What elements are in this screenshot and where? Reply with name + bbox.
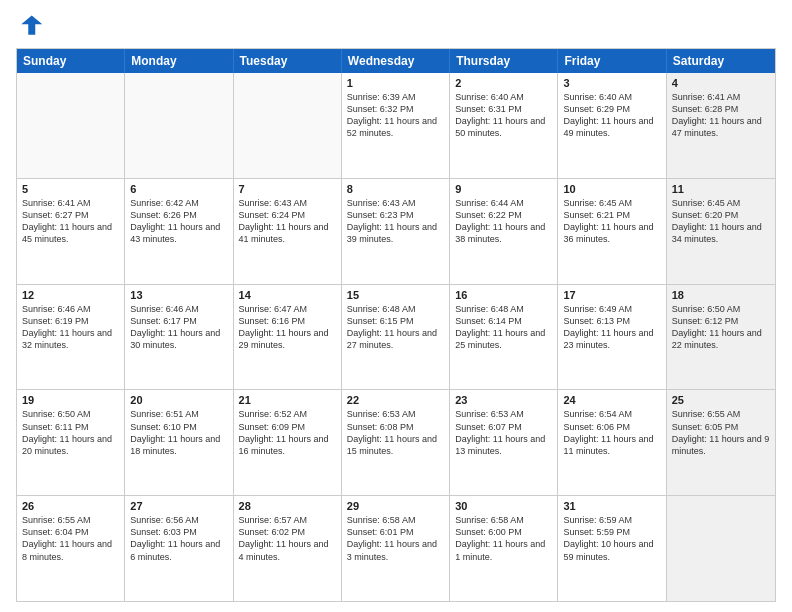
cal-cell [17, 73, 125, 178]
day-number: 2 [455, 77, 552, 89]
logo-icon [16, 12, 44, 40]
day-number: 13 [130, 289, 227, 301]
day-number: 1 [347, 77, 444, 89]
day-number: 26 [22, 500, 119, 512]
cell-text: Sunrise: 6:55 AMSunset: 6:04 PMDaylight:… [22, 514, 119, 563]
cal-cell: 4Sunrise: 6:41 AMSunset: 6:28 PMDaylight… [667, 73, 775, 178]
header [16, 12, 776, 40]
cal-cell: 28Sunrise: 6:57 AMSunset: 6:02 PMDayligh… [234, 496, 342, 601]
day-number: 31 [563, 500, 660, 512]
day-number: 16 [455, 289, 552, 301]
day-number: 14 [239, 289, 336, 301]
cell-text: Sunrise: 6:57 AMSunset: 6:02 PMDaylight:… [239, 514, 336, 563]
cell-text: Sunrise: 6:43 AMSunset: 6:24 PMDaylight:… [239, 197, 336, 246]
cell-text: Sunrise: 6:39 AMSunset: 6:32 PMDaylight:… [347, 91, 444, 140]
day-number: 5 [22, 183, 119, 195]
cell-text: Sunrise: 6:58 AMSunset: 6:00 PMDaylight:… [455, 514, 552, 563]
cell-text: Sunrise: 6:51 AMSunset: 6:10 PMDaylight:… [130, 408, 227, 457]
day-number: 20 [130, 394, 227, 406]
cell-text: Sunrise: 6:45 AMSunset: 6:21 PMDaylight:… [563, 197, 660, 246]
calendar-row-1: 5Sunrise: 6:41 AMSunset: 6:27 PMDaylight… [17, 178, 775, 284]
calendar-header: SundayMondayTuesdayWednesdayThursdayFrid… [17, 49, 775, 73]
cal-cell: 14Sunrise: 6:47 AMSunset: 6:16 PMDayligh… [234, 285, 342, 390]
cell-text: Sunrise: 6:55 AMSunset: 6:05 PMDaylight:… [672, 408, 770, 457]
day-number: 10 [563, 183, 660, 195]
cal-cell: 10Sunrise: 6:45 AMSunset: 6:21 PMDayligh… [558, 179, 666, 284]
cell-text: Sunrise: 6:46 AMSunset: 6:17 PMDaylight:… [130, 303, 227, 352]
cal-cell: 1Sunrise: 6:39 AMSunset: 6:32 PMDaylight… [342, 73, 450, 178]
cal-cell: 20Sunrise: 6:51 AMSunset: 6:10 PMDayligh… [125, 390, 233, 495]
cell-text: Sunrise: 6:54 AMSunset: 6:06 PMDaylight:… [563, 408, 660, 457]
day-number: 15 [347, 289, 444, 301]
cell-text: Sunrise: 6:50 AMSunset: 6:11 PMDaylight:… [22, 408, 119, 457]
cell-text: Sunrise: 6:47 AMSunset: 6:16 PMDaylight:… [239, 303, 336, 352]
cal-cell: 26Sunrise: 6:55 AMSunset: 6:04 PMDayligh… [17, 496, 125, 601]
cell-text: Sunrise: 6:53 AMSunset: 6:07 PMDaylight:… [455, 408, 552, 457]
cal-cell: 23Sunrise: 6:53 AMSunset: 6:07 PMDayligh… [450, 390, 558, 495]
day-number: 12 [22, 289, 119, 301]
header-day-saturday: Saturday [667, 49, 775, 73]
cell-text: Sunrise: 6:41 AMSunset: 6:27 PMDaylight:… [22, 197, 119, 246]
day-number: 28 [239, 500, 336, 512]
day-number: 8 [347, 183, 444, 195]
main-container: SundayMondayTuesdayWednesdayThursdayFrid… [0, 0, 792, 612]
cal-cell: 19Sunrise: 6:50 AMSunset: 6:11 PMDayligh… [17, 390, 125, 495]
cell-text: Sunrise: 6:40 AMSunset: 6:29 PMDaylight:… [563, 91, 660, 140]
cell-text: Sunrise: 6:59 AMSunset: 5:59 PMDaylight:… [563, 514, 660, 563]
day-number: 21 [239, 394, 336, 406]
header-day-wednesday: Wednesday [342, 49, 450, 73]
calendar-row-3: 19Sunrise: 6:50 AMSunset: 6:11 PMDayligh… [17, 389, 775, 495]
cal-cell: 25Sunrise: 6:55 AMSunset: 6:05 PMDayligh… [667, 390, 775, 495]
cal-cell: 3Sunrise: 6:40 AMSunset: 6:29 PMDaylight… [558, 73, 666, 178]
logo [16, 12, 48, 40]
day-number: 27 [130, 500, 227, 512]
calendar-body: 1Sunrise: 6:39 AMSunset: 6:32 PMDaylight… [17, 73, 775, 601]
calendar-row-4: 26Sunrise: 6:55 AMSunset: 6:04 PMDayligh… [17, 495, 775, 601]
day-number: 30 [455, 500, 552, 512]
cal-cell [125, 73, 233, 178]
cal-cell: 13Sunrise: 6:46 AMSunset: 6:17 PMDayligh… [125, 285, 233, 390]
cell-text: Sunrise: 6:58 AMSunset: 6:01 PMDaylight:… [347, 514, 444, 563]
cell-text: Sunrise: 6:48 AMSunset: 6:14 PMDaylight:… [455, 303, 552, 352]
cal-cell: 6Sunrise: 6:42 AMSunset: 6:26 PMDaylight… [125, 179, 233, 284]
day-number: 24 [563, 394, 660, 406]
cal-cell: 27Sunrise: 6:56 AMSunset: 6:03 PMDayligh… [125, 496, 233, 601]
day-number: 11 [672, 183, 770, 195]
header-day-monday: Monday [125, 49, 233, 73]
day-number: 25 [672, 394, 770, 406]
cell-text: Sunrise: 6:41 AMSunset: 6:28 PMDaylight:… [672, 91, 770, 140]
cal-cell: 30Sunrise: 6:58 AMSunset: 6:00 PMDayligh… [450, 496, 558, 601]
cal-cell [667, 496, 775, 601]
day-number: 19 [22, 394, 119, 406]
cal-cell: 5Sunrise: 6:41 AMSunset: 6:27 PMDaylight… [17, 179, 125, 284]
cal-cell: 17Sunrise: 6:49 AMSunset: 6:13 PMDayligh… [558, 285, 666, 390]
day-number: 17 [563, 289, 660, 301]
cal-cell: 9Sunrise: 6:44 AMSunset: 6:22 PMDaylight… [450, 179, 558, 284]
header-day-sunday: Sunday [17, 49, 125, 73]
cell-text: Sunrise: 6:49 AMSunset: 6:13 PMDaylight:… [563, 303, 660, 352]
cal-cell: 7Sunrise: 6:43 AMSunset: 6:24 PMDaylight… [234, 179, 342, 284]
day-number: 3 [563, 77, 660, 89]
cell-text: Sunrise: 6:53 AMSunset: 6:08 PMDaylight:… [347, 408, 444, 457]
day-number: 4 [672, 77, 770, 89]
header-day-thursday: Thursday [450, 49, 558, 73]
cal-cell: 8Sunrise: 6:43 AMSunset: 6:23 PMDaylight… [342, 179, 450, 284]
day-number: 18 [672, 289, 770, 301]
cal-cell: 15Sunrise: 6:48 AMSunset: 6:15 PMDayligh… [342, 285, 450, 390]
svg-marker-0 [21, 16, 42, 35]
cell-text: Sunrise: 6:42 AMSunset: 6:26 PMDaylight:… [130, 197, 227, 246]
header-day-friday: Friday [558, 49, 666, 73]
cal-cell: 16Sunrise: 6:48 AMSunset: 6:14 PMDayligh… [450, 285, 558, 390]
header-day-tuesday: Tuesday [234, 49, 342, 73]
day-number: 22 [347, 394, 444, 406]
cal-cell: 22Sunrise: 6:53 AMSunset: 6:08 PMDayligh… [342, 390, 450, 495]
day-number: 9 [455, 183, 552, 195]
cal-cell [234, 73, 342, 178]
day-number: 23 [455, 394, 552, 406]
day-number: 29 [347, 500, 444, 512]
cal-cell: 31Sunrise: 6:59 AMSunset: 5:59 PMDayligh… [558, 496, 666, 601]
cell-text: Sunrise: 6:56 AMSunset: 6:03 PMDaylight:… [130, 514, 227, 563]
cal-cell: 12Sunrise: 6:46 AMSunset: 6:19 PMDayligh… [17, 285, 125, 390]
cal-cell: 18Sunrise: 6:50 AMSunset: 6:12 PMDayligh… [667, 285, 775, 390]
cell-text: Sunrise: 6:52 AMSunset: 6:09 PMDaylight:… [239, 408, 336, 457]
